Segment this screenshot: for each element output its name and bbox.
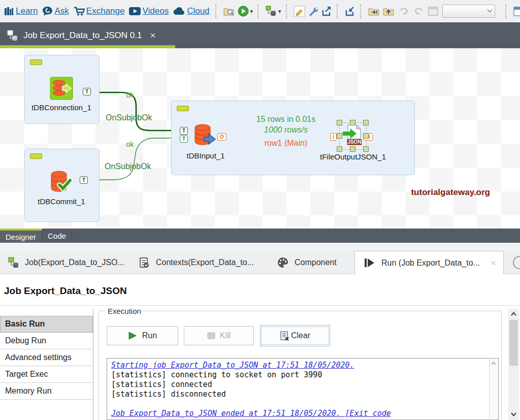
run-panel-nav: Basic Run Debug Run Advanced settings Ta… (0, 316, 93, 400)
tab-designer[interactable]: Designer (0, 229, 42, 243)
tdbcommit-icon[interactable] (48, 169, 74, 195)
subjob-collapse-chip[interactable] (30, 59, 42, 65)
subjob-collapse-chip[interactable] (30, 153, 42, 159)
videos-link[interactable]: Videos (142, 6, 169, 16)
perspective-combo[interactable] (442, 5, 495, 18)
component-label[interactable]: tDBConnection_1 (24, 103, 99, 112)
edit-properties-icon[interactable] (294, 6, 305, 17)
update-repository-icon[interactable] (382, 6, 395, 17)
nav-target-exec[interactable]: Target Exec (0, 366, 93, 383)
search-job-icon[interactable] (223, 6, 235, 17)
onsubjobok-wire-1[interactable] (91, 92, 179, 131)
close-icon[interactable]: × (150, 30, 155, 41)
design-canvas[interactable]: T tDBConnection_1 T T O tDBInput_1 15 ro… (0, 48, 520, 229)
nav-debug-run[interactable]: Debug Run (0, 333, 93, 349)
selection-handle[interactable] (363, 133, 369, 139)
subjob-collapse-chip[interactable] (177, 106, 189, 111)
clear-button[interactable]: Clear (260, 325, 330, 346)
trigger-connector[interactable]: T (80, 176, 88, 184)
tab-label: Contexts(Export_Data_to... (156, 258, 254, 267)
console-scrollbar[interactable] (489, 359, 498, 419)
console-line (111, 399, 494, 409)
tab-code[interactable]: Code (42, 229, 72, 243)
run-button-label: Run (142, 331, 157, 340)
link-ok-label: ok (126, 140, 134, 148)
videos-icon (128, 6, 141, 17)
tab-contexts-panel[interactable]: Contexts(Export_Data_to... (138, 251, 254, 274)
run-dropdown-icon[interactable]: ▾ (250, 8, 253, 15)
row-count-label: 15 rows in 0.01s (240, 115, 332, 124)
nav-advanced-settings[interactable]: Advanced settings (0, 349, 93, 366)
run-button[interactable]: Run (107, 326, 178, 345)
execution-legend: Execution (105, 307, 144, 315)
scroll-up-icon (510, 312, 517, 316)
execution-console[interactable]: Starting job Export_Data_to_JSON at 17:5… (107, 358, 499, 420)
scrollbar-thumb[interactable] (509, 320, 518, 366)
console-line: Job Export_Data_to_JSON ended at 17:51 1… (111, 409, 494, 418)
watermark: tutorialgateway.org (396, 187, 490, 198)
scroll-up-button[interactable] (508, 310, 519, 318)
tab-job-panel[interactable]: Job(Export_Data_to_JSO... (7, 251, 124, 274)
trigger-connector[interactable]: T (180, 135, 188, 143)
panel-title: Job Export_Data_to_JSON (4, 285, 127, 297)
trigger-connector[interactable]: T (180, 127, 188, 135)
tab-run-panel[interactable]: Run (Job Export_Data_to... × (354, 251, 504, 275)
toolbar-separator (505, 4, 507, 18)
editor-tab-bar: Job Export_Data_to_JSON 0.1 × (0, 22, 520, 48)
run-panel: Job Export_Data_to_JSON Basic Run Debug … (0, 274, 520, 420)
console-line: [statistics] connected (111, 380, 494, 390)
selection-handle[interactable] (350, 146, 355, 152)
link-onsubjobok-label[interactable]: OnSubjobOk (106, 113, 152, 122)
output-connector[interactable]: O (217, 133, 226, 141)
panel-scrollbar[interactable] (508, 309, 519, 420)
ask-link[interactable]: Ask (54, 6, 69, 16)
link-onsubjobok-label[interactable]: OnSubjobOk (105, 162, 151, 171)
scroll-up-icon[interactable] (491, 361, 497, 366)
play-icon (128, 331, 138, 340)
learn-link[interactable]: Learn (16, 6, 38, 16)
job-icon (6, 29, 18, 42)
cloud-link[interactable]: Cloud (187, 6, 209, 16)
partial-window-icon[interactable] (513, 6, 520, 17)
selection-handle[interactable] (337, 146, 342, 152)
view-tab-bar: Designer Code (0, 229, 520, 243)
cloud-icon (173, 6, 186, 17)
tfileoutputjson-icon[interactable]: JSON (340, 123, 365, 148)
contexts-icon (138, 256, 150, 269)
trigger-connector[interactable]: T (83, 88, 91, 95)
tdbinput-icon[interactable] (192, 122, 217, 148)
components-dropdown-icon[interactable]: ▾ (278, 8, 281, 15)
input-connector[interactable]: I (330, 133, 337, 141)
selection-handle[interactable] (337, 120, 342, 125)
component-label[interactable]: tDBInput_1 (173, 151, 239, 160)
clear-button-label: Clear (291, 331, 310, 340)
bottom-tab-bar: Job(Export_Data_to_JSO... Contexts(Expor… (0, 251, 520, 274)
row-name-label[interactable]: row1 (Main) (240, 139, 332, 148)
detect-components-icon[interactable] (265, 5, 277, 17)
selection-handle[interactable] (350, 120, 355, 125)
export-items-icon[interactable] (321, 6, 333, 17)
exchange-cart-icon (73, 6, 85, 17)
selection-handle[interactable] (337, 133, 342, 139)
selection-handle[interactable] (363, 146, 369, 152)
view-menu-icon[interactable] (513, 256, 520, 269)
tab-job-export-data-to-json[interactable]: Job Export_Data_to_JSON 0.1 × (0, 26, 175, 45)
nav-memory-run[interactable]: Memory Run (0, 383, 93, 400)
component-label[interactable]: tDBCommit_1 (24, 197, 99, 206)
wrench-icon[interactable] (307, 6, 319, 17)
tab-component-panel[interactable]: Component (277, 251, 337, 274)
scroll-down-button[interactable] (508, 410, 519, 418)
exchange-link[interactable]: Exchange (86, 6, 125, 16)
run-job-icon[interactable] (237, 5, 249, 17)
close-icon[interactable]: × (491, 257, 496, 269)
run-tab-icon (363, 257, 375, 269)
tdbconnection-icon[interactable] (49, 76, 74, 101)
import-items-icon[interactable] (344, 6, 356, 17)
kill-button[interactable]: Kill (184, 326, 254, 345)
component-label[interactable]: tFileOutputJSON_1 (310, 152, 396, 161)
selection-handle[interactable] (363, 120, 369, 125)
window-icon[interactable] (428, 6, 439, 17)
onsubjobok-wire-2[interactable] (90, 138, 179, 180)
copy-repository-icon[interactable] (368, 6, 380, 17)
nav-basic-run[interactable]: Basic Run (0, 316, 93, 333)
